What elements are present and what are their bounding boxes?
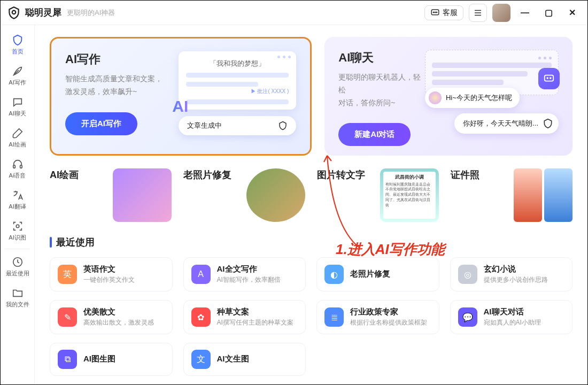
- recent-card[interactable]: ◎玄幻小说提供更多小说创作思路: [450, 257, 573, 291]
- recent-card[interactable]: 💬AI聊天对话宛如真人的AI小助理: [450, 300, 573, 334]
- feature-title: 图片转文字: [317, 168, 365, 181]
- feature-card-ocr[interactable]: 图片转文字 武昌街的小调有时候到重庆随意走走总会不自觉地联想武昌街吃去之间。最近…: [317, 168, 439, 222]
- brush-icon: [12, 127, 24, 139]
- svg-point-2: [433, 12, 434, 13]
- menu-button[interactable]: [469, 4, 487, 22]
- home-icon: [12, 34, 24, 46]
- sidebar-item-label: 我的文件: [6, 301, 29, 309]
- hero-write-desc: 智能生成高质量文章和文案，激发灵感，效率飙升~: [65, 73, 163, 98]
- sidebar-item-label: 首页: [12, 48, 24, 56]
- sidebar-item-recent[interactable]: 最近使用: [1, 251, 34, 282]
- user-avatar[interactable]: [492, 4, 510, 22]
- sidebar-item-label: Ai语音: [9, 172, 26, 180]
- smile-chat-icon: [543, 73, 555, 84]
- feature-title: 老照片修复: [183, 168, 231, 181]
- bot-avatar-icon: [429, 91, 442, 104]
- write-status-pill: 文章生成中: [179, 116, 296, 135]
- maximize-button[interactable]: ▢: [539, 4, 558, 22]
- recent-card[interactable]: ⧉AI图生图: [50, 343, 173, 376]
- chat-bubble-user: Hi~今天的天气怎样呢: [425, 88, 520, 108]
- prose-icon: ✎: [58, 307, 77, 327]
- sidebar-item-voice[interactable]: Ai语音: [1, 153, 34, 184]
- recent-card[interactable]: ✎优美散文高效输出散文，激发灵感: [50, 300, 173, 334]
- logo-icon: [278, 121, 288, 130]
- start-write-button[interactable]: 开启AI写作: [65, 112, 137, 135]
- svg-point-3: [435, 12, 436, 13]
- sidebar-item-home[interactable]: 首页: [1, 29, 34, 60]
- hero-card-chat[interactable]: AI聊天 更聪明的聊天机器人，轻松对话，答你所问~ 新建AI对话: [324, 37, 572, 156]
- feather-icon: [12, 65, 24, 77]
- svg-rect-12: [545, 75, 554, 81]
- app-name: 聪明灵犀: [25, 6, 61, 19]
- sidebar-item-translate[interactable]: AI翻译: [1, 184, 34, 215]
- recent-card[interactable]: ≣行业政策专家根据行业名称提供政策框架: [316, 300, 439, 334]
- sidebar-item-ocr[interactable]: AI识图: [1, 215, 34, 247]
- hero-chat-desc: 更聪明的聊天机器人，轻松对话，答你所问~: [338, 71, 425, 109]
- app-logo: 聪明灵犀: [7, 6, 61, 20]
- ai-badge: AI: [172, 97, 188, 116]
- logo-icon: [543, 118, 553, 129]
- img2img-icon: ⧉: [58, 350, 77, 369]
- support-label: 客服: [443, 8, 458, 18]
- chat-icon: 💬: [458, 307, 477, 327]
- feature-card-idphoto[interactable]: 证件照: [451, 168, 572, 222]
- feature-thumb: [246, 168, 305, 222]
- sidebar-item-label: AI写作: [9, 79, 26, 87]
- chat-bubble-icon: [430, 8, 440, 18]
- support-button[interactable]: 客服: [424, 5, 463, 20]
- write-preview-window: 「我和我的梦想」 ▶ 批注( XXXX ): [179, 51, 296, 110]
- sidebar-item-label: AI识图: [9, 234, 26, 242]
- sidebar-item-label: AI绘画: [9, 141, 26, 149]
- feature-card-draw[interactable]: AI绘画: [50, 168, 172, 222]
- headphone-icon: [12, 158, 24, 170]
- recent-card[interactable]: AAI全文写作AI智能写作，效率翻倍: [183, 257, 306, 291]
- sidebar-item-label: AI聊天: [9, 110, 26, 118]
- feature-title: AI绘画: [50, 168, 79, 181]
- close-button[interactable]: ✕: [563, 4, 581, 22]
- chat-bubble-bot: 你好呀，今天天气晴朗...: [454, 113, 559, 134]
- recent-card[interactable]: ◐老照片修复: [316, 257, 439, 291]
- feature-card-restore[interactable]: 老照片修复: [183, 168, 305, 222]
- feature-title: 证件照: [451, 168, 479, 181]
- svg-point-13: [547, 78, 548, 79]
- svg-point-14: [550, 78, 551, 79]
- recent-heading: 最近使用: [50, 236, 572, 249]
- sidebar-item-chat[interactable]: AI聊天: [1, 91, 34, 122]
- hero-card-write[interactable]: AI写作 智能生成高质量文章和文案，激发灵感，效率飙升~ 开启AI写作 「我和我…: [50, 37, 312, 156]
- write-icon: A: [191, 265, 211, 284]
- txt2img-icon: 文: [191, 350, 211, 369]
- svg-point-10: [16, 225, 19, 228]
- recent-card[interactable]: 文AI文生图: [183, 343, 306, 376]
- recent-card[interactable]: ✿种草文案AI撰写任何主题的种草文案: [183, 300, 306, 334]
- grass-icon: ✿: [191, 307, 211, 327]
- sidebar-item-write[interactable]: AI写作: [1, 60, 34, 91]
- policy-icon: ≣: [324, 307, 344, 327]
- chat-fab: [538, 68, 560, 89]
- scan-icon: [12, 220, 24, 232]
- svg-point-4: [436, 12, 437, 13]
- history-icon: [12, 256, 24, 268]
- sidebar-item-label: AI翻译: [9, 203, 26, 211]
- sidebar-item-label: 最近使用: [6, 270, 29, 278]
- svg-rect-8: [13, 165, 15, 168]
- minimize-button[interactable]: —: [516, 4, 534, 22]
- feature-thumb: [113, 168, 172, 222]
- photo-icon: ◐: [324, 265, 344, 284]
- sidebar-item-draw[interactable]: AI绘画: [1, 122, 34, 153]
- svg-rect-9: [20, 165, 22, 168]
- recent-card[interactable]: 英英语作文一键创作英文作文: [50, 257, 173, 291]
- svg-point-0: [12, 10, 16, 14]
- feature-thumb: 武昌街的小调有时候到重庆随意走走总会不自觉地联想武昌街吃去之间。最近发现武昌街大…: [380, 168, 439, 222]
- folder-icon: [12, 287, 24, 299]
- sidebar-item-files[interactable]: 我的文件: [1, 282, 34, 313]
- hero-write-title: AI写作: [65, 51, 163, 67]
- novel-icon: ◎: [458, 265, 477, 284]
- new-chat-button[interactable]: 新建AI对话: [338, 123, 411, 146]
- essay-icon: 英: [58, 265, 77, 284]
- app-tagline: 更聪明的AI神器: [67, 8, 115, 18]
- feature-thumb: [514, 168, 572, 222]
- chat-icon: [12, 96, 24, 108]
- hero-chat-title: AI聊天: [338, 50, 425, 66]
- translate-icon: [12, 189, 24, 201]
- hamburger-icon: [473, 8, 483, 18]
